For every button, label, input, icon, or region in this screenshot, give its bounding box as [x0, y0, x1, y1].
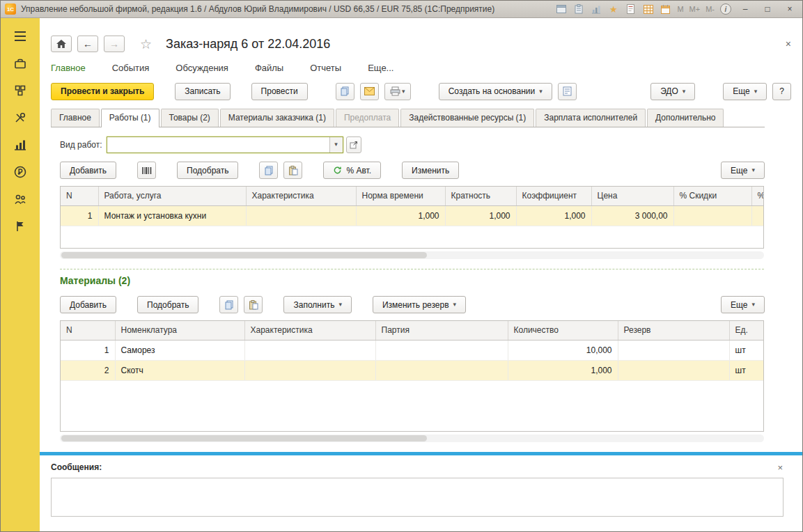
materials-table-row[interactable]: 2 Скотч 1,000 шт [61, 360, 764, 380]
tab-resursy[interactable]: Задействованные ресурсы (1) [400, 109, 534, 127]
cell-quantity[interactable]: 10,000 [508, 340, 618, 360]
menu-item-esche[interactable]: Еще... [368, 63, 393, 73]
sidebar-item-personnel-icon[interactable] [10, 191, 30, 208]
works-horizontal-scrollbar[interactable] [60, 251, 764, 259]
menu-item-faily[interactable]: Файлы [255, 63, 283, 73]
cell-characteristic[interactable] [244, 360, 375, 380]
cell-unit[interactable]: шт [729, 340, 764, 360]
window-panel-icon[interactable] [555, 3, 567, 15]
calc-memory-m-minus[interactable]: М- [705, 5, 715, 13]
materials-table-row[interactable]: 1 Саморез 10,000 шт [61, 340, 764, 360]
table-icon[interactable] [642, 3, 654, 15]
cell-characteristic[interactable] [246, 205, 356, 226]
cell-coefficient[interactable]: 1,000 [516, 205, 591, 226]
reports-icon[interactable] [558, 83, 577, 100]
cell-discount[interactable] [673, 205, 751, 226]
materials-add-button[interactable]: Добавить [60, 296, 116, 313]
main-menu-icon[interactable] [10, 28, 30, 45]
open-work-type-icon[interactable] [346, 136, 361, 153]
tab-materialy-zakazchika[interactable]: Материалы заказчика (1) [220, 109, 334, 127]
sidebar-item-purchases-icon[interactable] [10, 82, 30, 99]
tab-raboty[interactable]: Работы (1) [101, 109, 159, 127]
cell-nomenclature[interactable]: Скотч [115, 360, 244, 380]
sidebar-item-production-icon[interactable] [10, 136, 30, 153]
sidebar-item-company-icon[interactable] [10, 218, 30, 235]
combo-caret-icon[interactable]: ▾ [329, 137, 343, 152]
info-icon[interactable]: i [720, 3, 731, 15]
messages-splitter[interactable] [40, 452, 803, 455]
cell-quantity[interactable]: 1,000 [508, 360, 618, 380]
sidebar-item-sales-icon[interactable] [10, 55, 30, 72]
menu-item-glavnoe[interactable]: Главное [51, 63, 86, 73]
cell-unit[interactable]: шт [729, 360, 764, 380]
cell-price[interactable]: 3 000,00 [591, 205, 673, 226]
column-header[interactable]: Цена [591, 187, 673, 205]
tab-tovary[interactable]: Товары (2) [161, 109, 219, 127]
cell-extra[interactable] [751, 205, 764, 226]
print-icon[interactable]: ▾ [384, 83, 411, 100]
cell-n[interactable]: 2 [61, 360, 115, 380]
auto-discount-button[interactable]: % Авт. [323, 162, 381, 179]
cell-characteristic[interactable] [244, 340, 375, 360]
cell-work-name[interactable]: Монтаж и установка кухни [98, 205, 246, 226]
calc-memory-m[interactable]: М [677, 5, 683, 13]
cell-reserve[interactable] [618, 360, 729, 380]
materials-more-button[interactable]: Еще ▾ [721, 296, 765, 313]
barcode-scanner-icon[interactable] [137, 162, 156, 179]
help-button[interactable]: ? [772, 83, 791, 100]
column-header[interactable]: Характеристика [246, 187, 356, 205]
chart-icon[interactable] [590, 3, 602, 15]
cell-reserve[interactable] [618, 340, 729, 360]
back-button[interactable]: ← [77, 36, 98, 52]
column-header[interactable]: Характеристика [244, 321, 375, 340]
column-header[interactable]: Норма времени [356, 187, 445, 205]
mail-icon[interactable] [360, 83, 379, 100]
cell-n[interactable]: 1 [61, 340, 115, 360]
close-form-icon[interactable]: × [786, 38, 791, 49]
paste-rows-icon[interactable] [244, 296, 263, 313]
tab-zarplata[interactable]: Зарплата исполнителей [536, 109, 646, 127]
scrollbar-thumb[interactable] [61, 435, 427, 441]
cell-multiplicity[interactable]: 1,000 [445, 205, 516, 226]
messages-area[interactable] [51, 478, 783, 517]
works-table-row[interactable]: 1 Монтаж и установка кухни 1,000 1,000 1… [61, 205, 764, 226]
column-header[interactable]: Работа, услуга [98, 187, 246, 205]
tab-dopolnitelno[interactable]: Дополнительно [647, 109, 724, 127]
works-edit-button[interactable]: Изменить [402, 162, 459, 179]
column-header[interactable]: % [751, 187, 764, 205]
column-header[interactable]: Резерв [618, 321, 729, 340]
copy-document-icon[interactable] [336, 83, 354, 100]
minimize-button[interactable]: – [737, 3, 754, 15]
menu-item-otchety[interactable]: Отчеты [310, 63, 341, 73]
materials-pick-button[interactable]: Подобрать [137, 296, 198, 313]
forward-button[interactable]: → [104, 36, 125, 52]
work-type-input[interactable] [107, 137, 329, 152]
tab-glavnoe[interactable]: Главное [51, 109, 100, 127]
clipboard-icon[interactable] [572, 3, 584, 15]
favorites-star-icon[interactable]: ★ [607, 3, 619, 15]
column-header[interactable]: Ед. [729, 321, 764, 340]
column-header[interactable]: N [61, 321, 115, 340]
materials-horizontal-scrollbar[interactable] [60, 435, 764, 442]
column-header[interactable]: Номенклатура [115, 321, 244, 340]
post-button[interactable]: Провести [251, 83, 308, 100]
edit-reserve-button[interactable]: Изменить резерв ▾ [373, 296, 466, 313]
column-header[interactable]: N [61, 187, 98, 205]
close-button[interactable]: × [781, 3, 798, 15]
copy-rows-icon[interactable] [219, 296, 238, 313]
column-header[interactable]: Количество [508, 321, 618, 340]
more-button[interactable]: Еще ▾ [723, 83, 767, 100]
messages-close-icon[interactable]: × [777, 462, 783, 473]
sidebar-item-works-icon[interactable] [10, 109, 30, 126]
menu-item-obsuzhdeniya[interactable]: Обсуждения [176, 63, 228, 73]
notes-document-icon[interactable] [625, 3, 637, 15]
maximize-button[interactable]: □ [759, 3, 776, 15]
menu-item-sobytiya[interactable]: События [112, 63, 150, 73]
copy-rows-icon[interactable] [259, 162, 278, 179]
cell-n[interactable]: 1 [61, 205, 98, 226]
materials-fill-button[interactable]: Заполнить ▾ [283, 296, 351, 313]
scrollbar-thumb[interactable] [61, 252, 427, 258]
works-more-button[interactable]: Еще ▾ [721, 162, 765, 179]
cell-batch[interactable] [375, 340, 508, 360]
home-button[interactable] [51, 36, 72, 52]
